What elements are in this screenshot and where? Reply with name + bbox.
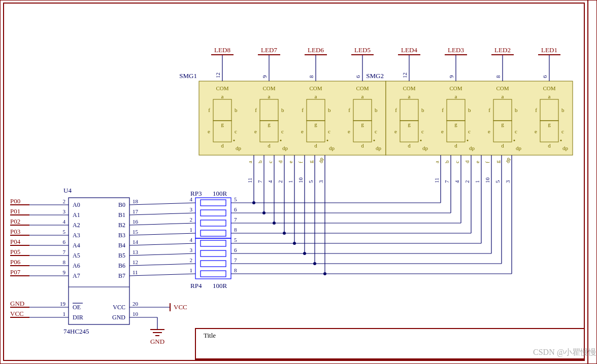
svg-text:GND: GND bbox=[10, 300, 24, 307]
svg-text:1: 1 bbox=[190, 267, 193, 273]
led-top-pin-num: 8 bbox=[308, 75, 314, 78]
svg-text:a: a bbox=[315, 93, 317, 99]
led-top-pin-num: 12 bbox=[215, 72, 221, 78]
svg-text:OE: OE bbox=[73, 304, 81, 311]
smg2-body bbox=[386, 81, 573, 155]
svg-text:15: 15 bbox=[132, 229, 139, 235]
svg-line-253 bbox=[129, 203, 195, 205]
svg-text:f: f bbox=[484, 161, 490, 163]
schematic-canvas: Title CSDN @小瞿慢慢跑 SMG1SMG2COMafbgecddp12… bbox=[0, 0, 597, 364]
svg-text:b: b bbox=[515, 107, 518, 113]
svg-text:6: 6 bbox=[234, 206, 237, 212]
svg-text:A3: A3 bbox=[73, 232, 80, 239]
svg-text:11: 11 bbox=[132, 269, 138, 275]
svg-text:a: a bbox=[455, 93, 457, 99]
led-top-pin-num: 6 bbox=[542, 75, 548, 78]
svg-text:1: 1 bbox=[63, 311, 66, 317]
svg-text:a: a bbox=[548, 93, 551, 99]
svg-text:7: 7 bbox=[63, 249, 66, 255]
svg-text:2: 2 bbox=[190, 216, 193, 223]
svg-text:A4: A4 bbox=[73, 242, 80, 249]
u4-left-net: P06 bbox=[10, 258, 21, 266]
svg-text:e: e bbox=[394, 128, 397, 134]
svg-text:d: d bbox=[314, 142, 317, 149]
svg-text:5: 5 bbox=[308, 180, 314, 183]
svg-text:A6: A6 bbox=[73, 262, 80, 269]
svg-text:c: c bbox=[454, 161, 460, 163]
svg-text:g: g bbox=[454, 121, 457, 127]
com-label: COM bbox=[309, 85, 322, 91]
svg-point-78 bbox=[514, 140, 515, 141]
led-top-pin-num: 9 bbox=[261, 75, 268, 78]
svg-text:2: 2 bbox=[63, 198, 66, 204]
svg-text:b: b bbox=[257, 160, 263, 163]
svg-text:7: 7 bbox=[257, 180, 263, 183]
svg-text:c: c bbox=[328, 128, 330, 134]
svg-text:dp: dp bbox=[282, 145, 288, 151]
svg-text:f: f bbox=[255, 107, 257, 113]
svg-text:B4: B4 bbox=[118, 242, 125, 249]
svg-text:8: 8 bbox=[63, 259, 66, 265]
smg1-label: SMG1 bbox=[179, 72, 197, 80]
svg-text:6: 6 bbox=[234, 247, 237, 253]
svg-text:2: 2 bbox=[277, 180, 283, 184]
svg-text:a: a bbox=[502, 93, 504, 99]
svg-point-89 bbox=[560, 140, 562, 141]
svg-text:9: 9 bbox=[63, 269, 66, 275]
svg-text:5: 5 bbox=[234, 237, 237, 243]
svg-text:A7: A7 bbox=[73, 272, 80, 279]
svg-point-34 bbox=[327, 140, 328, 141]
svg-text:d: d bbox=[408, 142, 411, 149]
led-net-label: LED6 bbox=[308, 46, 324, 54]
svg-text:B0: B0 bbox=[118, 201, 125, 208]
svg-text:B5: B5 bbox=[118, 252, 125, 259]
svg-text:20: 20 bbox=[132, 301, 139, 307]
com-label: COM bbox=[216, 85, 228, 91]
u4-left-net: P00 bbox=[10, 197, 20, 205]
u4-ref: U4 bbox=[63, 187, 72, 194]
svg-text:d: d bbox=[361, 142, 364, 149]
svg-text:18: 18 bbox=[132, 198, 139, 204]
svg-text:10: 10 bbox=[297, 177, 304, 184]
svg-text:d: d bbox=[221, 142, 224, 149]
com-label: COM bbox=[496, 85, 509, 91]
svg-text:3: 3 bbox=[505, 180, 511, 183]
svg-text:a: a bbox=[361, 93, 364, 99]
u4-left-net: P03 bbox=[10, 228, 20, 235]
svg-text:dp: dp bbox=[469, 145, 475, 151]
svg-text:a: a bbox=[221, 93, 224, 99]
svg-text:f: f bbox=[208, 107, 210, 113]
svg-text:B7: B7 bbox=[118, 272, 125, 279]
led-net-label: LED1 bbox=[541, 46, 557, 54]
led-top-pin-num: 6 bbox=[355, 75, 361, 78]
svg-line-267 bbox=[129, 274, 195, 276]
led-top-pin-num: 9 bbox=[448, 75, 454, 78]
gnd-symbol-label: GND bbox=[150, 338, 164, 345]
svg-text:2: 2 bbox=[464, 180, 470, 184]
svg-text:b: b bbox=[235, 107, 238, 113]
svg-line-265 bbox=[129, 264, 195, 266]
svg-text:b: b bbox=[444, 160, 450, 163]
svg-rect-241 bbox=[201, 240, 226, 246]
svg-text:g: g bbox=[308, 160, 314, 163]
svg-text:d: d bbox=[454, 142, 457, 149]
svg-text:f: f bbox=[535, 107, 537, 113]
svg-text:VCC: VCC bbox=[10, 310, 24, 317]
svg-text:e: e bbox=[348, 128, 350, 134]
svg-line-263 bbox=[129, 253, 195, 256]
svg-text:10: 10 bbox=[484, 177, 490, 184]
watermark: CSDN @小瞿慢慢跑 bbox=[533, 348, 597, 357]
svg-text:g: g bbox=[221, 121, 224, 127]
led-net-label: LED7 bbox=[261, 46, 277, 54]
svg-text:1: 1 bbox=[287, 180, 293, 184]
svg-text:dp: dp bbox=[318, 158, 324, 164]
svg-text:A5: A5 bbox=[73, 252, 80, 259]
svg-text:e: e bbox=[441, 128, 444, 134]
svg-text:g: g bbox=[494, 160, 501, 163]
svg-text:e: e bbox=[488, 128, 490, 134]
svg-text:dp: dp bbox=[376, 145, 382, 151]
com-label: COM bbox=[262, 85, 275, 91]
u4-left-net: P02 bbox=[10, 217, 20, 225]
svg-text:2: 2 bbox=[190, 257, 193, 263]
svg-text:c: c bbox=[515, 128, 517, 134]
